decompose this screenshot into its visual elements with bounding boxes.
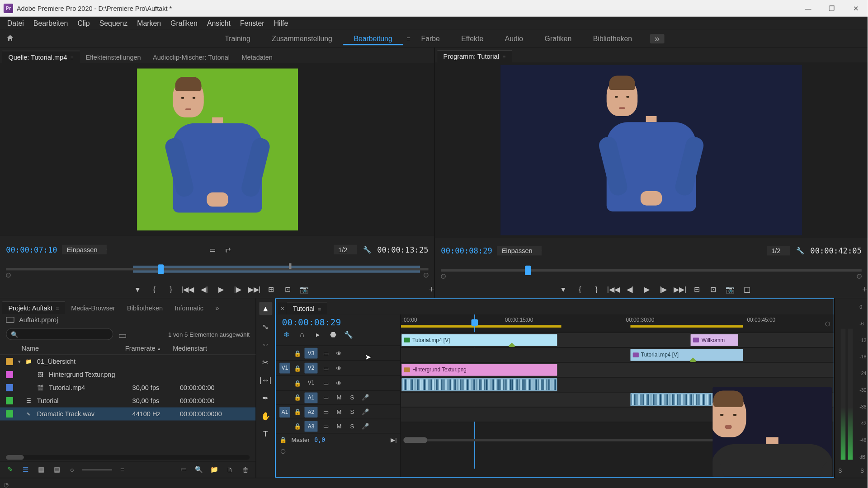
step-forward-button[interactable]: |▶ (231, 283, 244, 295)
track-header-v2[interactable]: V1🔒 V2 ▭ 👁 (276, 360, 400, 375)
maximize-button[interactable]: ❐ (820, 0, 844, 17)
clip-audio-a1[interactable] (401, 378, 557, 391)
selection-tool[interactable]: ▲ (259, 302, 272, 315)
track-v2[interactable]: Tutorial.mp4 [V] (401, 347, 834, 362)
comparison-view-button[interactable]: ◫ (740, 284, 753, 296)
menu-sequenz[interactable]: Sequenz (94, 18, 132, 29)
track-header-a1[interactable]: 🔒 A1 ▭ M S 🎤 (276, 390, 400, 404)
mark-out-bracket-icon[interactable]: } (590, 284, 603, 296)
tab-audioclip-mischer[interactable]: Audioclip-Mischer: Tutorial (147, 51, 236, 63)
skip-icon[interactable]: ▶| (391, 436, 397, 443)
panel-menu-icon[interactable]: ≡ (56, 305, 59, 311)
freeform-view-button[interactable]: ▤ (51, 465, 62, 474)
filter-bin-icon[interactable]: ▭ (118, 329, 127, 339)
source-monitor-view[interactable] (0, 63, 434, 236)
clip-willkomm[interactable]: Willkomm (691, 334, 738, 346)
menu-bearbeiten[interactable]: Bearbeiten (28, 18, 73, 29)
eye-icon[interactable]: 👁 (334, 349, 344, 357)
play-button[interactable]: ▶ (214, 283, 227, 295)
ws-overflow-button[interactable]: » (650, 33, 665, 43)
program-settings-icon[interactable]: 🔧 (795, 246, 806, 257)
item-row[interactable]: ∿ Dramatic Track.wav 44100 Hz 00:00:00:0… (0, 408, 255, 421)
lock-icon[interactable]: 🔒 (294, 380, 301, 386)
panel-menu-icon[interactable]: ≡ (71, 55, 74, 61)
lock-icon[interactable]: 🔒 (294, 350, 301, 356)
insert-button[interactable]: ⊞ (264, 283, 278, 295)
clip-tutorial-v2[interactable]: Tutorial.mp4 [V] (630, 349, 743, 361)
delete-button[interactable]: 🗑 (240, 465, 251, 474)
program-timecode-current[interactable]: 00:00:08:29 (441, 247, 492, 256)
goto-out-button[interactable]: ▶▶| (674, 284, 687, 296)
menu-marken[interactable]: Marken (132, 18, 166, 29)
mark-in-button[interactable]: ▼ (557, 284, 570, 296)
hand-tool[interactable]: ✋ (259, 409, 272, 422)
item-row[interactable]: ☰ Tutorial 30,00 fps 00:00:00:00 (0, 394, 255, 408)
ws-bearbeitung[interactable]: Bearbeitung (343, 32, 403, 45)
track-header-v3[interactable]: 🔒 V3 ▭ 👁 (276, 345, 400, 360)
lock-icon[interactable]: 🔒 (294, 408, 301, 415)
type-tool[interactable]: T (259, 427, 272, 440)
write-mode-icon[interactable]: ✎ (5, 465, 16, 474)
goto-in-button[interactable]: |◀◀ (607, 284, 620, 296)
program-resolution-select[interactable]: 1/2 (767, 246, 790, 256)
menu-clip[interactable]: Clip (73, 18, 94, 29)
ws-zusammenstellung[interactable]: Zusammenstellung (261, 32, 343, 45)
ws-bearbeitung-menu-icon[interactable]: ≡ (406, 35, 410, 42)
sync-lock-icon[interactable]: ▭ (321, 379, 330, 387)
close-button[interactable]: ✕ (844, 0, 868, 17)
export-frame-button[interactable]: 📷 (723, 284, 736, 296)
tab-programm[interactable]: Programm: Tutorial≡ (437, 50, 511, 63)
item-row[interactable]: 🎬 Tutorial.mp4 30,00 fps 00:00:00:00 (0, 381, 255, 394)
sync-lock-icon[interactable]: ▭ (321, 422, 330, 430)
lock-icon[interactable]: 🔒 (294, 394, 301, 401)
eye-icon[interactable]: 👁 (334, 364, 344, 372)
sync-lock-icon[interactable]: ▭ (321, 408, 330, 416)
tab-projekt[interactable]: Projekt: Auftakt≡ (2, 301, 65, 314)
solo-left-icon[interactable]: S (838, 468, 842, 474)
tab-quelle[interactable]: Quelle: Tutorial.mp4≡ (2, 51, 80, 63)
track-v3[interactable]: Tutorial.mp4 [V] Willkomm (401, 332, 834, 347)
find-icon[interactable]: 🔍 (193, 465, 204, 474)
marker-icon[interactable]: ⬣ (328, 330, 338, 339)
slip-tool[interactable]: |↔| (259, 373, 272, 386)
source-settings-icon[interactable]: 🔧 (362, 244, 373, 255)
menu-grafiken[interactable]: Grafiken (166, 18, 203, 29)
item-row[interactable]: 🖼 Hintergrund Textur.png (0, 368, 255, 381)
lock-icon[interactable]: 🔒 (279, 436, 287, 443)
mark-out-bracket-icon[interactable]: } (165, 283, 178, 295)
play-button[interactable]: ▶ (640, 284, 653, 296)
panel-menu-icon[interactable]: ≡ (318, 306, 321, 312)
sync-lock-icon[interactable]: ▭ (321, 394, 330, 402)
track-header-a3[interactable]: 🔒 A3 ▭ M S 🎤 (276, 419, 400, 433)
add-marker-icon[interactable]: ▸ (313, 330, 322, 339)
lock-icon[interactable]: 🔒 (294, 365, 301, 371)
overwrite-button[interactable]: ⊡ (281, 283, 294, 295)
source-timecode-current[interactable]: 00:00:07:10 (6, 245, 57, 254)
ripple-edit-tool[interactable]: ↔ (259, 338, 272, 351)
tab-bibliotheken[interactable]: Bibliotheken (121, 302, 169, 314)
project-h-scrollbar[interactable] (6, 455, 250, 460)
track-header-a2[interactable]: A1🔒 A2 ▭ M S 🎤 (276, 404, 400, 419)
program-fit-select[interactable]: Einpassen (497, 246, 542, 256)
source-fit-select[interactable]: Einpassen (62, 245, 107, 254)
track-header-v1[interactable]: 🔒 V1 ▭ 👁 (276, 375, 400, 390)
timeline-zoom-end-icon[interactable] (825, 322, 830, 327)
step-forward-button[interactable]: |▶ (657, 284, 670, 296)
tab-overflow[interactable]: » (209, 302, 225, 314)
timeline-ruler[interactable]: :00:00 00:00:15:00 00:00:30:00 00:00:45:… (401, 314, 834, 333)
ws-farbe[interactable]: Farbe (410, 32, 451, 45)
button-editor-icon[interactable]: + (862, 284, 868, 295)
eye-icon[interactable]: 👁 (334, 379, 344, 387)
mark-in-button[interactable]: ▼ (131, 283, 144, 295)
master-row[interactable]: 🔒 Master 0,0 ▶| (276, 433, 400, 446)
timeline-timecode[interactable]: 00:00:08:29 (276, 314, 400, 328)
minimize-button[interactable]: — (796, 0, 820, 17)
mute-button[interactable]: M (334, 394, 344, 402)
step-back-button[interactable]: ◀| (623, 284, 637, 296)
menu-datei[interactable]: Datei (2, 18, 28, 29)
program-monitor-view[interactable] (435, 63, 868, 238)
step-back-button[interactable]: ◀| (198, 283, 211, 295)
mute-button[interactable]: M (334, 422, 344, 430)
solo-right-icon[interactable]: S (860, 468, 864, 474)
new-bin-button[interactable]: 📁 (209, 465, 220, 474)
